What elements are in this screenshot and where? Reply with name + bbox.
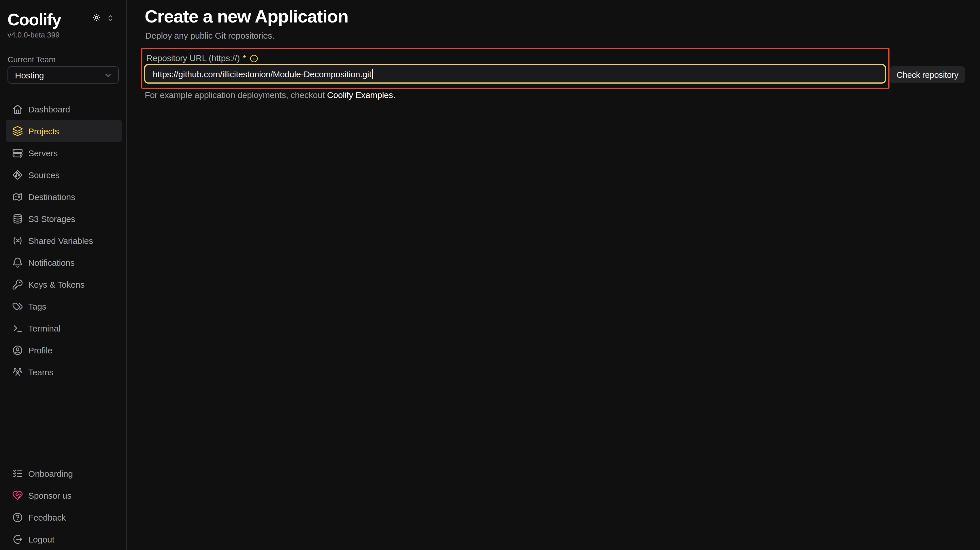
database-icon	[12, 213, 23, 224]
text-caret	[372, 69, 373, 79]
page-title: Create a new Application	[145, 6, 348, 28]
sidebar-item-sponsor-us[interactable]: Sponsor us	[0, 484, 126, 506]
sidebar: Coolify v4.0.0-beta.399 Current Team	[0, 0, 127, 550]
map-icon	[12, 191, 23, 202]
sidebar-item-label: Feedback	[28, 512, 66, 522]
coolify-examples-link[interactable]: Coolify Examples	[327, 90, 393, 100]
info-icon[interactable]	[250, 54, 258, 62]
sidebar-item-logout[interactable]: Logout	[0, 528, 126, 550]
sidebar-item-label: Notifications	[28, 258, 75, 267]
helper-suffix: .	[393, 90, 395, 100]
sidebar-item-s3-storages[interactable]: S3 Storages	[0, 208, 126, 229]
sidebar-item-label: Sponsor us	[28, 490, 72, 500]
theme-toggle-sun-icon[interactable]	[92, 13, 101, 22]
user-circle-icon	[12, 345, 23, 355]
sidebar-item-profile[interactable]: Profile	[0, 339, 126, 361]
layers-icon	[12, 126, 23, 136]
team-section: Current Team Hosting	[0, 55, 126, 84]
logout-icon	[12, 534, 23, 545]
sidebar-item-terminal[interactable]: Terminal	[0, 317, 126, 339]
team-select-value: Hosting	[15, 70, 104, 80]
users-icon	[12, 366, 23, 377]
sidebar-footer-nav: Onboarding Sponsor us	[0, 463, 126, 550]
sidebar-item-label: Sources	[28, 170, 60, 180]
sidebar-item-destinations[interactable]: Destinations	[0, 186, 126, 208]
sidebar-item-notifications[interactable]: Notifications	[0, 251, 126, 273]
sidebar-item-label: Onboarding	[28, 469, 73, 478]
sidebar-item-sources[interactable]: Sources	[0, 164, 126, 186]
repository-url-value: https://github.com/illicitestonion/Modul…	[153, 69, 372, 79]
sidebar-item-label: Logout	[28, 534, 54, 544]
key-icon	[12, 279, 23, 290]
sidebar-item-label: Tags	[28, 301, 46, 311]
checklist-icon	[12, 468, 23, 479]
sidebar-item-projects[interactable]: Projects	[6, 120, 122, 142]
server-icon	[12, 147, 23, 158]
repository-url-input[interactable]: https://github.com/illicitestonion/Modul…	[144, 64, 886, 84]
sidebar-item-shared-variables[interactable]: Shared Variables	[0, 229, 126, 251]
helper-prefix: For example application deployments, che…	[145, 90, 327, 100]
sidebar-item-tags[interactable]: Tags	[0, 295, 126, 317]
sidebar-item-label: Servers	[28, 148, 58, 158]
terminal-icon	[12, 323, 23, 334]
help-circle-icon	[12, 512, 23, 523]
sidebar-item-label: Shared Variables	[28, 235, 93, 245]
sidebar-item-onboarding[interactable]: Onboarding	[0, 463, 126, 484]
app-version: v4.0.0-beta.399	[8, 30, 119, 40]
app-logo: Coolify	[8, 10, 119, 29]
sidebar-item-label: Terminal	[28, 323, 60, 333]
team-select[interactable]: Hosting	[8, 66, 119, 84]
sidebar-item-feedback[interactable]: Feedback	[0, 506, 126, 528]
sidebar-item-label: Projects	[28, 126, 59, 136]
required-asterisk: *	[243, 53, 246, 64]
repository-url-label: Repository URL (https://) *	[146, 53, 258, 64]
sidebar-item-keys-tokens[interactable]: Keys & Tokens	[0, 273, 126, 295]
sidebar-item-dashboard[interactable]: Dashboard	[0, 98, 126, 120]
sidebar-item-label: Destinations	[28, 192, 75, 202]
tags-icon	[12, 300, 23, 312]
sidebar-header: Coolify v4.0.0-beta.399	[0, 0, 126, 40]
git-source-icon	[12, 169, 23, 180]
sidebar-item-label: Dashboard	[28, 104, 70, 114]
home-icon	[12, 103, 23, 114]
sidebar-item-label: Teams	[28, 367, 53, 377]
chevron-down-icon	[104, 71, 112, 79]
page-subtitle: Deploy any public Git repositories.	[145, 30, 274, 40]
variables-icon	[12, 235, 23, 246]
sidebar-item-label: Profile	[28, 345, 52, 355]
chevrons-up-down-icon[interactable]	[107, 14, 114, 22]
sidebar-item-label: Keys & Tokens	[28, 279, 84, 289]
bell-icon	[12, 257, 23, 268]
sidebar-nav: Dashboard Projects	[0, 98, 126, 383]
heart-handshake-icon	[12, 490, 23, 501]
helper-text: For example application deployments, che…	[145, 90, 395, 100]
main-content: Create a new Application Deploy any publ…	[127, 0, 980, 550]
repository-url-label-text: Repository URL (https://)	[146, 53, 240, 64]
sidebar-item-label: S3 Storages	[28, 214, 75, 223]
coolify-app: Coolify v4.0.0-beta.399 Current Team	[0, 0, 980, 550]
sidebar-item-servers[interactable]: Servers	[0, 142, 126, 164]
current-team-label: Current Team	[8, 55, 119, 65]
sidebar-item-teams[interactable]: Teams	[0, 361, 126, 383]
check-repository-button[interactable]: Check repository	[890, 66, 965, 83]
